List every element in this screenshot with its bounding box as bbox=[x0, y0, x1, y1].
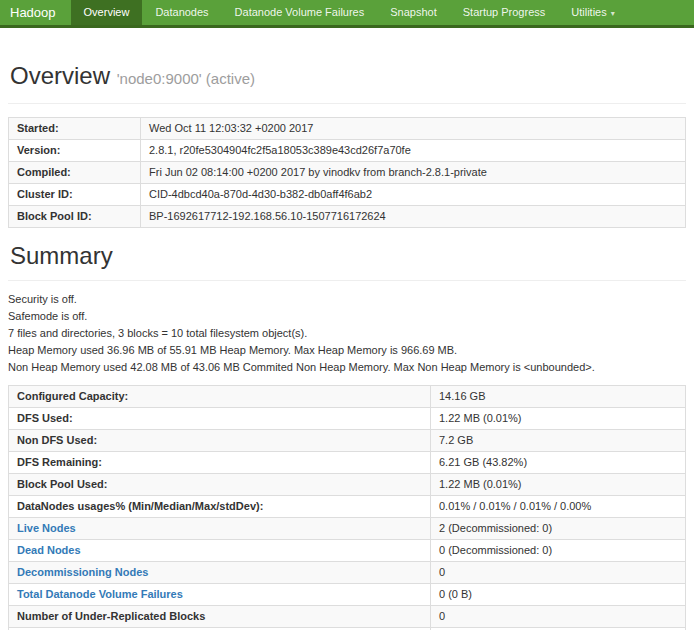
filesystem-objects-text: 7 files and directories, 3 blocks = 10 t… bbox=[8, 328, 686, 339]
row-block-pool-id: Block Pool ID: BP-1692617712-192.168.56.… bbox=[9, 206, 686, 228]
row-cluster-id: Cluster ID: CID-4dbcd40a-870d-4d30-b382-… bbox=[9, 184, 686, 206]
row-volume-failures: Total Datanode Volume Failures 0 (0 B) bbox=[9, 584, 686, 606]
row-under-replicated-blocks: Number of Under-Replicated Blocks 0 bbox=[9, 606, 686, 628]
row-configured-capacity-label: Configured Capacity: bbox=[9, 386, 431, 408]
nav-item-startup-progress[interactable]: Startup Progress bbox=[450, 0, 559, 25]
nav-item-utilities[interactable]: Utilities▾ bbox=[558, 0, 627, 25]
row-cluster-id-label: Cluster ID: bbox=[9, 184, 141, 206]
row-block-pool-id-value: BP-1692617712-192.168.56.10-150771617262… bbox=[141, 206, 686, 228]
nav-item-overview[interactable]: Overview bbox=[71, 0, 143, 25]
caret-down-icon: ▾ bbox=[611, 1, 615, 26]
live-nodes-link[interactable]: Live Nodes bbox=[17, 522, 76, 534]
heap-memory-text: Heap Memory used 36.96 MB of 55.91 MB He… bbox=[8, 345, 686, 356]
nav-item-datanode-volume-failures[interactable]: Datanode Volume Failures bbox=[222, 0, 378, 25]
row-decommissioning-nodes-value: 0 bbox=[431, 562, 686, 584]
overview-title: Overview 'node0:9000' (active) bbox=[10, 62, 686, 93]
row-non-dfs-used: Non DFS Used: 7.2 GB bbox=[9, 430, 686, 452]
hadoop-brand[interactable]: Hadoop bbox=[0, 0, 71, 25]
security-status-text: Security is off. bbox=[8, 294, 686, 305]
row-block-pool-used: Block Pool Used: 1.22 MB (0.01%) bbox=[9, 474, 686, 496]
row-dfs-remaining: DFS Remaining: 6.21 GB (43.82%) bbox=[9, 452, 686, 474]
row-datanode-usages-value: 0.01% / 0.01% / 0.01% / 0.00% bbox=[431, 496, 686, 518]
row-configured-capacity: Configured Capacity: 14.16 GB bbox=[9, 386, 686, 408]
row-dfs-used: DFS Used: 1.22 MB (0.01%) bbox=[9, 408, 686, 430]
row-non-dfs-used-label: Non DFS Used: bbox=[9, 430, 431, 452]
divider bbox=[8, 280, 686, 281]
dead-nodes-link[interactable]: Dead Nodes bbox=[17, 544, 81, 556]
row-dead-nodes-value: 0 (Decommissioned: 0) bbox=[431, 540, 686, 562]
summary-info-block: Security is off. Safemode is off. 7 file… bbox=[8, 294, 686, 373]
row-live-nodes-value: 2 (Decommissioned: 0) bbox=[431, 518, 686, 540]
overview-title-text: Overview bbox=[10, 62, 110, 89]
non-heap-memory-text: Non Heap Memory used 42.08 MB of 43.06 M… bbox=[8, 362, 686, 373]
nav-item-datanodes[interactable]: Datanodes bbox=[142, 0, 221, 25]
nav-item-snapshot[interactable]: Snapshot bbox=[377, 0, 449, 25]
row-started-label: Started: bbox=[9, 118, 141, 140]
row-compiled-label: Compiled: bbox=[9, 162, 141, 184]
nav-item-utilities-label: Utilities bbox=[571, 6, 606, 18]
row-dfs-remaining-value: 6.21 GB (43.82%) bbox=[431, 452, 686, 474]
row-compiled-value: Fri Jun 02 08:14:00 +0200 2017 by vinodk… bbox=[141, 162, 686, 184]
row-block-pool-id-label: Block Pool ID: bbox=[9, 206, 141, 228]
row-datanode-usages: DataNodes usages% (Min/Median/Max/stdDev… bbox=[9, 496, 686, 518]
row-block-pool-used-value: 1.22 MB (0.01%) bbox=[431, 474, 686, 496]
row-version-value: 2.8.1, r20fe5304904fc2f5a18053c389e43cd2… bbox=[141, 140, 686, 162]
row-block-pool-used-label: Block Pool Used: bbox=[9, 474, 431, 496]
total-datanode-volume-failures-link[interactable]: Total Datanode Volume Failures bbox=[17, 588, 183, 600]
row-datanode-usages-label: DataNodes usages% (Min/Median/Max/stdDev… bbox=[9, 496, 431, 518]
row-dead-nodes: Dead Nodes 0 (Decommissioned: 0) bbox=[9, 540, 686, 562]
summary-title: Summary bbox=[10, 242, 686, 270]
row-under-replicated-blocks-label: Number of Under-Replicated Blocks bbox=[9, 606, 431, 628]
namenode-address-subtitle: 'node0:9000' (active) bbox=[117, 70, 255, 87]
row-compiled: Compiled: Fri Jun 02 08:14:00 +0200 2017… bbox=[9, 162, 686, 184]
summary-table: Configured Capacity: 14.16 GB DFS Used: … bbox=[8, 385, 686, 630]
divider bbox=[8, 103, 686, 104]
row-decommissioning-nodes: Decommissioning Nodes 0 bbox=[9, 562, 686, 584]
row-started: Started: Wed Oct 11 12:03:32 +0200 2017 bbox=[9, 118, 686, 140]
page-content: Overview 'node0:9000' (active) Started: … bbox=[0, 62, 694, 630]
row-volume-failures-value: 0 (0 B) bbox=[431, 584, 686, 606]
row-started-value: Wed Oct 11 12:03:32 +0200 2017 bbox=[141, 118, 686, 140]
row-live-nodes: Live Nodes 2 (Decommissioned: 0) bbox=[9, 518, 686, 540]
row-under-replicated-blocks-value: 0 bbox=[431, 606, 686, 628]
row-dfs-used-label: DFS Used: bbox=[9, 408, 431, 430]
row-version-label: Version: bbox=[9, 140, 141, 162]
row-dfs-remaining-label: DFS Remaining: bbox=[9, 452, 431, 474]
row-cluster-id-value: CID-4dbcd40a-870d-4d30-b382-db0aff4f6ab2 bbox=[141, 184, 686, 206]
decommissioning-nodes-link[interactable]: Decommissioning Nodes bbox=[17, 566, 148, 578]
top-navbar: Hadoop Overview Datanodes Datanode Volum… bbox=[0, 0, 694, 28]
overview-table: Started: Wed Oct 11 12:03:32 +0200 2017 … bbox=[8, 117, 686, 228]
row-dfs-used-value: 1.22 MB (0.01%) bbox=[431, 408, 686, 430]
row-version: Version: 2.8.1, r20fe5304904fc2f5a18053c… bbox=[9, 140, 686, 162]
row-non-dfs-used-value: 7.2 GB bbox=[431, 430, 686, 452]
row-configured-capacity-value: 14.16 GB bbox=[431, 386, 686, 408]
safemode-status-text: Safemode is off. bbox=[8, 311, 686, 322]
